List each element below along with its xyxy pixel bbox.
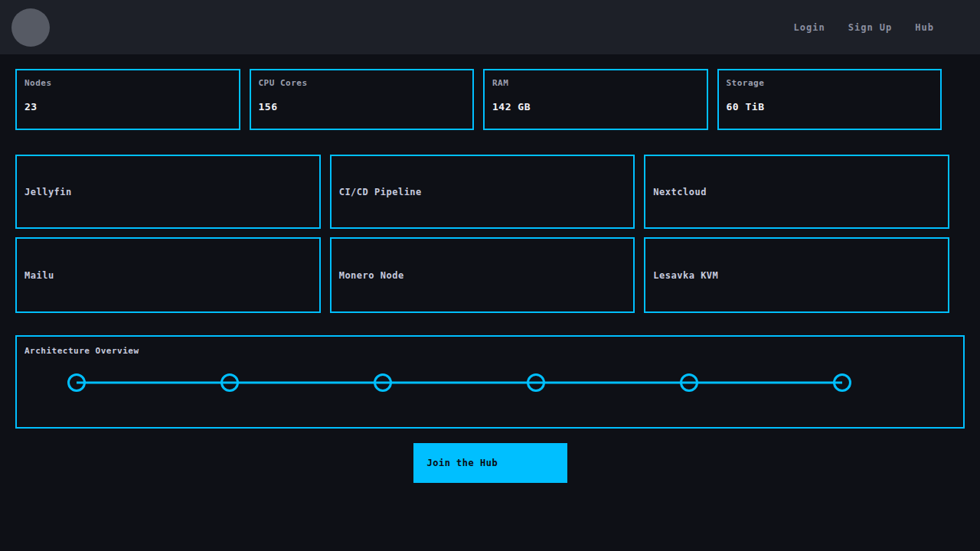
navbar: Login Sign Up Hub <box>0 0 980 54</box>
stat-value: 156 <box>259 101 466 112</box>
service-name: Monero Node <box>339 270 404 281</box>
architecture-diagram <box>17 337 963 427</box>
stat-card-ram: RAM 142 GB <box>483 69 708 130</box>
service-name: CI/CD Pipeline <box>339 187 422 197</box>
stat-label: Nodes <box>24 78 231 88</box>
nav-link-signup[interactable]: Sign Up <box>848 22 893 33</box>
avatar-logo[interactable] <box>11 8 50 47</box>
stat-value: 23 <box>24 101 231 112</box>
services-grid: Jellyfin CI/CD Pipeline Nextcloud Mailu … <box>15 155 949 313</box>
service-card-lesavka-kvm[interactable]: Lesavka KVM <box>644 237 949 313</box>
service-card-mailu[interactable]: Mailu <box>15 237 321 313</box>
service-name: Mailu <box>24 270 54 281</box>
architecture-card: Architecture Overview <box>15 335 965 429</box>
stat-card-nodes: Nodes 23 <box>15 69 240 130</box>
stat-value: 142 GB <box>492 101 699 112</box>
join-hub-button[interactable]: Join the Hub <box>413 443 567 483</box>
stat-card-cpu-cores: CPU Cores 156 <box>250 69 475 130</box>
stat-card-storage: Storage 60 TiB <box>717 69 942 130</box>
service-name: Jellyfin <box>24 187 72 197</box>
service-card-monero-node[interactable]: Monero Node <box>330 237 635 313</box>
service-card-nextcloud[interactable]: Nextcloud <box>644 155 949 229</box>
service-name: Lesavka KVM <box>653 270 718 281</box>
stat-label: RAM <box>492 78 699 88</box>
stat-label: Storage <box>727 78 933 88</box>
nav-link-hub[interactable]: Hub <box>915 22 934 33</box>
main-content: Nodes 23 CPU Cores 156 RAM 142 GB Storag… <box>0 54 980 483</box>
stat-value: 60 TiB <box>727 101 933 112</box>
stats-row: Nodes 23 CPU Cores 156 RAM 142 GB Storag… <box>15 69 942 130</box>
service-card-cicd-pipeline[interactable]: CI/CD Pipeline <box>330 155 635 229</box>
service-name: Nextcloud <box>653 187 707 197</box>
nav-links: Login Sign Up Hub <box>794 22 934 33</box>
nav-link-login[interactable]: Login <box>794 22 825 33</box>
stat-label: CPU Cores <box>259 78 466 88</box>
service-card-jellyfin[interactable]: Jellyfin <box>15 155 321 229</box>
